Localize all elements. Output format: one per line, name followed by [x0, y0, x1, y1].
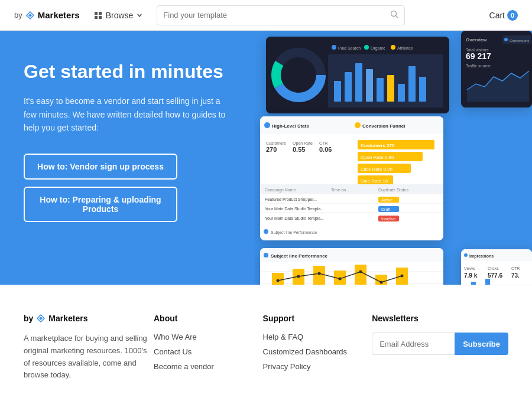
svg-rect-21	[419, 77, 426, 102]
footer-privacy-policy-link[interactable]: Privacy Policy	[263, 362, 372, 371]
svg-point-85	[380, 281, 383, 284]
cart-count-badge: 0	[507, 10, 518, 21]
svg-point-22	[332, 45, 336, 50]
svg-point-94	[504, 38, 508, 41]
footer-support-title: Support	[263, 314, 372, 323]
footer-support-col: Support Help & FAQ Customized Dashboards…	[263, 314, 372, 382]
preparing-products-button[interactable]: How to: Preparing & uploading Products	[24, 187, 177, 222]
svg-text:Active: Active	[381, 198, 392, 202]
svg-text:CTR: CTR	[319, 141, 327, 145]
svg-point-86	[401, 275, 404, 278]
subscribe-button[interactable]: Subscribe	[455, 333, 508, 355]
svg-point-98	[464, 253, 468, 257]
svg-text:Customers: Customers	[266, 141, 286, 145]
svg-rect-109	[485, 279, 490, 285]
svg-text:Click Rate 0.06: Click Rate 0.06	[361, 167, 393, 172]
svg-marker-1	[28, 14, 32, 17]
svg-text:Conversions: Conversions	[510, 39, 529, 43]
svg-rect-5	[99, 16, 102, 19]
mockup-card-overview: Overview Total visitors 69 217 Traffic s…	[461, 31, 532, 107]
footer-customized-dashboards-link[interactable]: Customized Dashboards	[263, 347, 372, 356]
footer: by Marketers A marketplace for buying an…	[0, 285, 532, 400]
footer-become-vendor-link[interactable]: Become a vendor	[154, 362, 263, 371]
svg-text:270: 270	[266, 146, 277, 153]
browse-label: Browse	[106, 11, 134, 20]
svg-text:Overview: Overview	[466, 37, 487, 43]
svg-text:Your Main Data Studio Templa..: Your Main Data Studio Templa...	[265, 207, 324, 211]
svg-rect-13	[334, 81, 341, 102]
svg-text:73.: 73.	[511, 272, 520, 279]
svg-text:Featured Product Shopper...: Featured Product Shopper...	[265, 197, 317, 202]
svg-rect-77	[355, 265, 366, 285]
svg-text:Inactive: Inactive	[381, 217, 395, 221]
search-input[interactable]	[163, 11, 390, 19]
cart-area[interactable]: Cart 0	[489, 10, 518, 21]
svg-point-64	[264, 229, 268, 234]
svg-text:Paid Search: Paid Search	[338, 46, 361, 50]
vendor-signup-button[interactable]: How to: Vendor sign up process	[24, 154, 177, 180]
footer-about-col: About Who We Are Contact Us Become a ven…	[154, 314, 263, 382]
svg-point-82	[318, 272, 321, 275]
logo-diamond-icon	[26, 11, 34, 19]
svg-rect-14	[345, 72, 352, 102]
svg-text:CTR: CTR	[511, 266, 520, 271]
newsletter-form: Subscribe	[372, 333, 508, 355]
hero-text-area: Get started in minutes It's easy to beco…	[0, 31, 254, 285]
email-address-input[interactable]	[372, 333, 455, 355]
svg-text:Views: Views	[464, 266, 475, 271]
svg-text:0.55: 0.55	[293, 146, 305, 153]
mockup-card-analytics: Paid Search Organic Affiliates	[266, 37, 449, 113]
footer-help-faq-link[interactable]: Help & FAQ	[263, 333, 372, 341]
svg-text:Subject line Performance: Subject line Performance	[271, 253, 328, 259]
hero-description: It's easy to become a vendor and start s…	[24, 95, 231, 134]
svg-text:0.06: 0.06	[319, 146, 332, 153]
svg-rect-73	[272, 273, 284, 285]
svg-text:577.6: 577.6	[488, 272, 502, 279]
footer-tagline: A marketplace for buying and selling ori…	[24, 333, 154, 382]
svg-rect-18	[387, 75, 394, 102]
svg-point-32	[355, 122, 361, 128]
svg-text:Impressions: Impressions	[469, 254, 494, 259]
svg-point-30	[264, 122, 270, 128]
svg-text:Organic: Organic	[371, 46, 385, 51]
mockup-card-impressions: Impressions Views 7.9 k Clicks 577.6 CTR…	[461, 249, 532, 285]
svg-text:Sale Rate 16: Sale Rate 16	[361, 178, 388, 184]
svg-text:Clicks: Clicks	[488, 266, 499, 271]
browse-button[interactable]: Browse	[89, 8, 148, 22]
svg-point-24	[364, 45, 369, 50]
footer-newsletters-title: Newsletters	[372, 314, 508, 323]
svg-rect-19	[398, 84, 405, 102]
chevron-down-icon	[137, 12, 142, 18]
svg-text:Time on...: Time on...	[331, 188, 349, 192]
svg-rect-16	[366, 69, 373, 102]
svg-point-80	[277, 279, 280, 282]
svg-text:Customers 270: Customers 270	[361, 143, 395, 148]
logo[interactable]: by Marketers	[14, 10, 80, 20]
footer-about-title: About	[154, 314, 263, 323]
footer-who-we-are-link[interactable]: Who We Are	[154, 333, 263, 341]
footer-logo: by Marketers	[24, 314, 154, 323]
footer-contact-us-link[interactable]: Contact Us	[154, 347, 263, 356]
svg-rect-20	[408, 66, 416, 102]
svg-text:7.9 k: 7.9 k	[464, 272, 478, 279]
footer-logo-by: by	[24, 314, 33, 323]
hero-section: Get started in minutes It's easy to beco…	[0, 31, 532, 285]
svg-point-81	[297, 275, 300, 278]
svg-text:69 217: 69 217	[466, 51, 491, 61]
search-icon	[390, 10, 398, 20]
svg-point-26	[391, 45, 395, 50]
footer-newsletter-col: Newsletters Subscribe	[372, 314, 508, 382]
footer-logo-diamond-icon	[37, 314, 45, 322]
cart-label: Cart	[489, 11, 505, 20]
hero-title: Get started in minutes	[24, 60, 231, 83]
svg-text:Affiliates: Affiliates	[397, 46, 413, 50]
svg-rect-17	[377, 78, 384, 102]
svg-rect-3	[99, 12, 102, 15]
header: by Marketers Browse Cart 0	[0, 0, 532, 31]
grid-icon	[94, 11, 102, 19]
svg-text:Open Rate 0.80: Open Rate 0.80	[361, 155, 394, 160]
footer-inner: by Marketers A marketplace for buying an…	[24, 314, 508, 382]
footer-brand: by Marketers A marketplace for buying an…	[24, 314, 154, 382]
svg-rect-107	[471, 282, 476, 285]
svg-text:Open Rate: Open Rate	[293, 141, 313, 146]
